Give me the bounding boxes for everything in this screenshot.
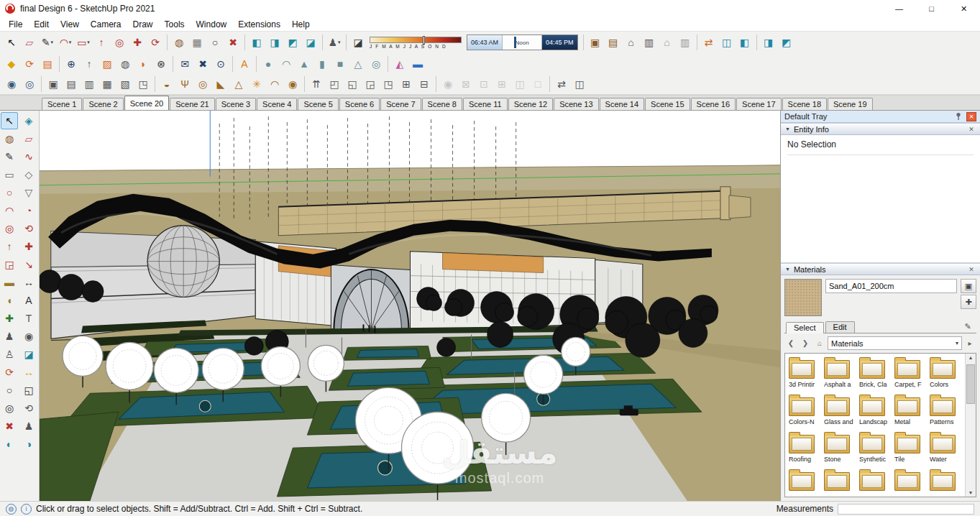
scroll-down-icon[interactable]: ▼	[968, 490, 974, 495]
extension-warehouse-icon[interactable]: ◆	[3, 55, 20, 73]
materials-dropdown[interactable]: Materials ▾	[828, 336, 962, 350]
material-folder-synthetic[interactable]: Synthetic	[859, 432, 891, 463]
create-material-button[interactable]: ✚	[961, 295, 976, 309]
pie-icon[interactable]: ◔	[20, 202, 37, 219]
materials-header[interactable]: ▼ Materials ✕	[781, 263, 980, 275]
circle-icon[interactable]: ○	[1, 184, 18, 201]
add-location-icon[interactable]: ⊕	[63, 55, 80, 73]
shadow-date-knob[interactable]	[423, 36, 425, 45]
material-folder-colors-n[interactable]: Colors-N	[789, 395, 820, 425]
offset-icon[interactable]: ◎	[1, 220, 18, 237]
home-outline-icon[interactable]: ⌂	[659, 34, 676, 51]
arc-icon[interactable]: ◠	[1, 202, 18, 219]
move-icon[interactable]: ✚	[20, 238, 37, 255]
scrollbar-thumb[interactable]	[966, 364, 975, 404]
flatten-tool-icon[interactable]: ▬	[409, 55, 426, 73]
line-tool-icon[interactable]: ✎▾	[39, 34, 56, 51]
scene-tab-scene-20[interactable]: Scene 20	[124, 96, 169, 110]
materials-tab-edit[interactable]: Edit	[825, 321, 855, 333]
scene-tab-scene-13[interactable]: Scene 13	[554, 98, 598, 110]
rotate-tool-icon[interactable]: ⟳	[147, 34, 164, 51]
shape-cylinder-icon[interactable]: ▮	[313, 55, 331, 73]
material-folder-stone[interactable]: Stone	[824, 432, 856, 463]
tape-measure-icon[interactable]: ▬	[1, 274, 18, 291]
menu-view[interactable]: View	[55, 17, 85, 31]
scene-tab-scene-19[interactable]: Scene 19	[828, 98, 872, 110]
rotate-icon[interactable]: ⟲	[20, 220, 37, 237]
cube-cut-left-icon[interactable]: ◳	[380, 75, 397, 93]
selection-grow-icon[interactable]: ⊞	[493, 75, 510, 93]
make-component-icon[interactable]: ◈	[20, 112, 37, 129]
arc-tool-dropdown-caret[interactable]: ▾	[69, 40, 72, 45]
xray-mode-icon[interactable]: ◫	[718, 34, 736, 51]
selection-zoom-icon[interactable]: ◉	[439, 75, 457, 93]
close-button[interactable]: ✕	[948, 0, 980, 17]
pin-icon[interactable]	[955, 112, 962, 121]
rotated-rectangle-icon[interactable]: ◇	[20, 166, 37, 183]
print-model-icon[interactable]: ▥	[641, 34, 658, 51]
send-to-layout-icon[interactable]: ↑	[81, 55, 98, 73]
goblet-tool-icon[interactable]: Ψ	[176, 75, 193, 93]
section-plane-icon[interactable]: ◪	[20, 346, 37, 363]
menu-extensions[interactable]: Extensions	[232, 17, 286, 31]
scene-tab-scene-17[interactable]: Scene 17	[736, 98, 781, 110]
quad-face-tool-icon[interactable]: ▦	[99, 75, 116, 93]
look-around-icon[interactable]: ◉	[20, 328, 37, 345]
menu-edit[interactable]: Edit	[28, 17, 55, 31]
offset-tool-icon[interactable]: ◎	[111, 34, 128, 51]
section-cuts-toggle-icon[interactable]: ◪	[302, 34, 319, 51]
dome-tool-icon[interactable]: ◠	[266, 75, 283, 93]
scene-tab-scene-4[interactable]: Scene 4	[257, 98, 297, 110]
material-folder-brick-cla[interactable]: Brick, Cla	[859, 357, 891, 388]
material-folder-landscap[interactable]: Landscap	[859, 395, 891, 425]
globe-left-icon[interactable]: ◐	[1, 436, 18, 453]
material-folder-asphalt-a[interactable]: Asphalt a	[824, 357, 856, 388]
cube-cut-bottom-icon[interactable]: ◱	[344, 75, 361, 93]
previous-view-icon[interactable]: ⟲	[20, 400, 37, 417]
materials-close-icon[interactable]: ✕	[967, 266, 976, 273]
shadow-date-gradient[interactable]	[370, 37, 462, 43]
solid-tools-icon[interactable]: ◗	[134, 55, 152, 73]
dimension-icon[interactable]: ↔	[20, 274, 37, 291]
joint-push-pull-icon[interactable]: ⇈	[308, 75, 325, 93]
entity-info-close-icon[interactable]: ✕	[967, 126, 976, 133]
mirror-tool-icon[interactable]: ◭	[391, 55, 408, 73]
scene-tab-scene-1[interactable]: Scene 1	[42, 98, 82, 110]
rectangle-tool-dropdown-caret[interactable]: ▾	[87, 40, 90, 45]
forward-button[interactable]: ❯	[799, 337, 812, 350]
shadows-toggle-icon[interactable]: ◪	[349, 34, 367, 51]
minimize-button[interactable]: —	[883, 0, 915, 17]
move-tool-icon[interactable]: ✚	[129, 34, 146, 51]
target-tool-icon[interactable]: ◉	[284, 75, 301, 93]
section-fill-toggle-icon[interactable]: ◨	[266, 34, 283, 51]
material-folder-carpet-f[interactable]: Carpet, F	[894, 357, 926, 388]
viewport[interactable]: مستقل mostaql.com	[40, 111, 780, 501]
polygon-icon[interactable]: ▽	[20, 184, 37, 201]
material-folder-roofing[interactable]: Roofing	[789, 432, 820, 463]
menu-tools[interactable]: Tools	[159, 17, 191, 31]
shape-dome-icon[interactable]: ◠	[278, 55, 295, 73]
scene-tab-scene-18[interactable]: Scene 18	[782, 98, 827, 110]
walk-figure-icon[interactable]: ♟	[20, 418, 37, 435]
material-folder-partial[interactable]	[789, 469, 820, 491]
push-pull-icon[interactable]: ↑	[1, 238, 18, 255]
cut-scissors-icon[interactable]: ✖	[1, 418, 18, 435]
shadow-time-slider[interactable]: 06:43 AM Noon 04:45 PM	[467, 34, 578, 50]
shape-torus-icon[interactable]: ◎	[367, 55, 385, 73]
shadow-time-knob[interactable]	[514, 37, 516, 48]
material-folder-glass-and[interactable]: Glass and	[824, 395, 856, 425]
push-pull-tool-icon[interactable]: ↑	[93, 34, 110, 51]
scene-tab-scene-11[interactable]: Scene 11	[463, 98, 508, 110]
info-tool-icon[interactable]: ⊙	[212, 55, 229, 73]
menu-window[interactable]: Window	[191, 17, 233, 31]
credits-status-icon[interactable]: i	[21, 504, 32, 515]
menu-help[interactable]: Help	[286, 17, 316, 31]
protractor-icon[interactable]: ◖	[1, 292, 18, 309]
menu-camera[interactable]: Camera	[85, 17, 127, 31]
cube-cut-right-icon[interactable]: ◲	[362, 75, 379, 93]
zoom-window-icon[interactable]: ◱	[20, 382, 37, 399]
scene-tab-scene-12[interactable]: Scene 12	[508, 98, 553, 110]
paint-bucket-icon[interactable]: ◍	[1, 130, 18, 147]
export-scene-icon[interactable]: ⇄	[553, 75, 570, 93]
scale-icon[interactable]: ◲	[1, 256, 18, 273]
